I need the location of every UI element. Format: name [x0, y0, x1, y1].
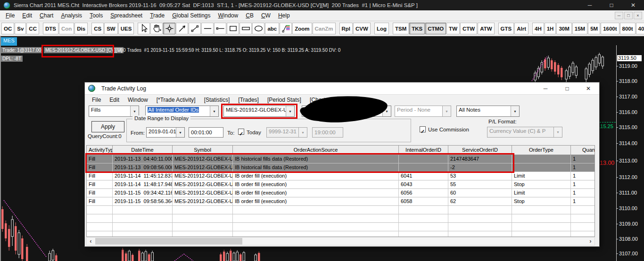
- window-close-button[interactable]: ✕: [622, 0, 644, 10]
- line-segment-tool-button[interactable]: [189, 23, 201, 34]
- cvw-button[interactable]: CVW: [353, 23, 371, 34]
- ellipse-tool-button[interactable]: [252, 23, 264, 34]
- zoom-button[interactable]: Zoom: [292, 23, 312, 34]
- rpl-button[interactable]: Rpl: [339, 23, 353, 34]
- tf-15m-button[interactable]: 15M: [572, 23, 587, 34]
- atw-button[interactable]: ATW: [478, 23, 494, 34]
- tf-30m-button[interactable]: 30M: [556, 23, 571, 34]
- symbol-combo[interactable]: MES-201912-GLOBEX-US ▼: [223, 106, 295, 117]
- chevron-down-icon[interactable]: ▼: [176, 128, 184, 137]
- rectangle-tool-button[interactable]: [227, 23, 239, 34]
- column-header-ordertype[interactable]: OrderType: [512, 146, 571, 155]
- menu-trade[interactable]: Trade: [146, 12, 168, 19]
- text-tool-button[interactable]: abc: [265, 23, 279, 34]
- dialog-maximize-button[interactable]: □: [560, 83, 574, 94]
- ues-button[interactable]: UES: [118, 23, 134, 34]
- menu-analysis[interactable]: Analysis: [57, 12, 86, 19]
- tks-button[interactable]: TKS: [409, 23, 425, 34]
- horizontal-line-tool-button[interactable]: [201, 23, 214, 34]
- chevron-down-icon[interactable]: ▼: [210, 106, 218, 116]
- column-header-quantity[interactable]: Quantity: [571, 146, 595, 155]
- column-header-activitytype[interactable]: ActivityType: [87, 146, 113, 155]
- from-time-input[interactable]: 00:01:00: [189, 127, 223, 138]
- sw-button[interactable]: SW: [104, 23, 118, 34]
- table-row[interactable]: Fill2019-11-14 11:45:12.837MES-201912-GL…: [87, 172, 594, 180]
- oc-button[interactable]: OC: [1, 23, 14, 34]
- fib-tool-button[interactable]: [280, 23, 292, 34]
- dis-button[interactable]: Dis: [74, 23, 88, 34]
- column-header-serviceorderid[interactable]: ServiceOrderID: [448, 146, 512, 155]
- dialog-close-button[interactable]: ✕: [581, 83, 595, 94]
- tf-1600t-button[interactable]: 1600t: [601, 23, 619, 34]
- menu-global-settings[interactable]: Global Settings: [168, 12, 214, 19]
- pan-tool-button[interactable]: [150, 23, 163, 34]
- table-row[interactable]: Fill2019-11-13 04:40:11.000MES-201912-GL…: [87, 155, 594, 163]
- column-header-internalorderid[interactable]: InternalOrderID: [399, 146, 448, 155]
- tf-1h-button[interactable]: 1H: [545, 23, 556, 34]
- notes-combo[interactable]: All Notes ▼: [456, 106, 520, 117]
- apply-button[interactable]: Apply: [91, 121, 124, 132]
- dialog-menu--period-stats-[interactable]: [Period Stats]: [263, 97, 305, 103]
- tsm-button[interactable]: TSM: [393, 23, 409, 34]
- gts-button[interactable]: GTS: [498, 23, 514, 34]
- mdi-close-icon[interactable]: ×: [634, 12, 642, 19]
- dialog-minimize-button[interactable]: ─: [538, 83, 553, 94]
- sv-button[interactable]: Sv: [15, 23, 26, 34]
- fills-filter-combo[interactable]: Fills ▼: [89, 106, 139, 117]
- alrt-button[interactable]: Alrt: [514, 23, 528, 34]
- cs-button[interactable]: CS: [91, 23, 104, 34]
- tw-button[interactable]: TW: [446, 23, 460, 34]
- table-row[interactable]: Fill2019-11-15 09:34:42.116MES-201912-GL…: [87, 189, 594, 197]
- dialog-menu-edit[interactable]: Edit: [105, 97, 124, 103]
- table-row[interactable]: Fill2019-11-13 09:08:56.000MES-201912-GL…: [87, 163, 594, 172]
- arrow-line-tool-button[interactable]: [176, 23, 188, 34]
- period-combo[interactable]: Period - None ▼: [395, 106, 451, 117]
- table-row[interactable]: Fill2019-11-14 11:48:17.948MES-201912-GL…: [87, 180, 594, 189]
- scrollbar-thumb[interactable]: [95, 238, 242, 245]
- menu-cb[interactable]: CB: [242, 12, 257, 19]
- chevron-down-icon[interactable]: ▼: [286, 106, 294, 116]
- canzm-button[interactable]: CanZm: [313, 23, 336, 34]
- tf-5m-button[interactable]: 5M: [588, 23, 600, 34]
- dialog-menu--statistics-[interactable]: [Statistics]: [200, 97, 234, 103]
- window-minimize-button[interactable]: ─: [579, 0, 601, 10]
- column-header-datetime[interactable]: DateTime: [113, 146, 173, 155]
- menu-edit[interactable]: Edit: [18, 12, 36, 19]
- pointer-tool-button[interactable]: [138, 23, 150, 34]
- menu-tools[interactable]: Tools: [86, 12, 107, 19]
- window-maximize-button[interactable]: □: [601, 0, 622, 10]
- chevron-down-icon[interactable]: ▼: [130, 106, 139, 116]
- dialog-menu--trades-[interactable]: [Trades]: [234, 97, 263, 103]
- crosshair-tool-button[interactable]: [163, 23, 175, 34]
- horizontal-ray-tool-button[interactable]: [214, 23, 226, 34]
- table-row[interactable]: Fill2019-11-15 09:58:56.364MES-201912-GL…: [87, 197, 594, 206]
- menu-spreadsheet[interactable]: Spreadsheet: [107, 12, 146, 19]
- trade-activity-table[interactable]: ActivityTypeDateTimeSymbolOrderActionSou…: [86, 145, 595, 237]
- today-checkbox[interactable]: ✓: [238, 129, 244, 135]
- ctw-button[interactable]: CTW: [460, 23, 477, 34]
- column-header-symbol[interactable]: Symbol: [173, 146, 233, 155]
- chart-tab-mes[interactable]: MES: [1, 37, 17, 46]
- dialog-menu-window[interactable]: Window: [124, 97, 152, 103]
- horizontal-scrollbar[interactable]: ‹ ›: [86, 237, 595, 245]
- cc-button[interactable]: CC: [26, 23, 39, 34]
- menu-file[interactable]: File: [2, 12, 18, 19]
- mdi-restore-icon[interactable]: □: [624, 12, 633, 19]
- column-header-orderactionsource[interactable]: OrderActionSource: [233, 146, 399, 155]
- ctmo-button[interactable]: CTMO: [425, 23, 446, 34]
- from-date-combo[interactable]: 2019-01-01 ▼: [146, 127, 185, 138]
- menu-cw[interactable]: CW: [257, 12, 274, 19]
- use-commission-checkbox[interactable]: ✓: [420, 126, 426, 132]
- chevron-down-icon[interactable]: ▼: [511, 106, 519, 116]
- mdi-minimize-icon[interactable]: ─: [615, 12, 623, 19]
- dts-button[interactable]: DTS: [43, 23, 58, 34]
- dialog-menu--trade-activity-[interactable]: [*Trade Activity]: [152, 97, 200, 103]
- menu-chart[interactable]: Chart: [36, 12, 57, 19]
- scroll-right-icon[interactable]: ›: [586, 237, 594, 245]
- tf-800t-button[interactable]: 800t: [620, 23, 636, 34]
- menu-window[interactable]: Window: [215, 12, 242, 19]
- menu-help[interactable]: Help: [274, 12, 294, 19]
- log-button[interactable]: Log: [374, 23, 389, 34]
- tf-4h-button[interactable]: 4H: [532, 23, 544, 34]
- con-button[interactable]: Con: [59, 23, 74, 34]
